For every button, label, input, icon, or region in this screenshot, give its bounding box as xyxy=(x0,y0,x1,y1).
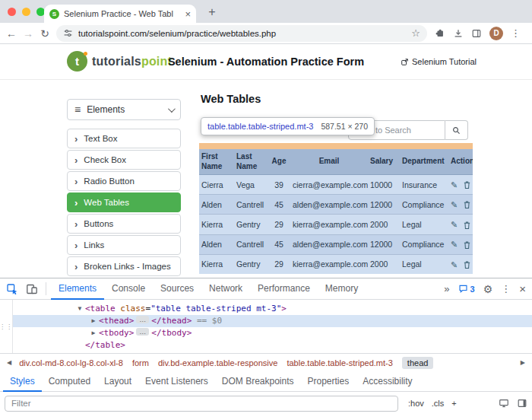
sidebar-item-web-tables[interactable]: ›Web Tables xyxy=(67,192,181,212)
profile-avatar[interactable]: D xyxy=(489,27,503,40)
delete-icon[interactable] xyxy=(463,240,471,250)
expand-arrow-icon[interactable]: ▶ xyxy=(88,327,99,339)
devtools-toolbar: ElementsConsoleSourcesNetworkPerformance… xyxy=(0,278,532,300)
filter-bar-icons xyxy=(499,398,527,409)
chevron-down-icon xyxy=(168,105,176,113)
column-header-email: Email xyxy=(290,149,368,175)
breadcrumb-item-div-col-md-8-col-lg-8-col-xl-8[interactable]: div.col-md-8.col-lg-8.col-xl-8 xyxy=(19,358,123,368)
edit-icon[interactable]: ✎ xyxy=(451,201,458,209)
cell-department: Legal xyxy=(400,215,448,234)
breadcrumb-scroll-left-icon[interactable]: ◀ xyxy=(4,359,14,366)
refresh-button[interactable]: ↻ xyxy=(36,27,53,40)
toggle-cls[interactable]: .cls xyxy=(428,399,448,408)
dom-node-line[interactable]: ▶<tbody>…</tbody> xyxy=(13,327,532,339)
dom-node-line[interactable]: ▶<thead>…</thead> == $0 xyxy=(13,315,532,327)
devtools-tab-network[interactable]: Network xyxy=(201,278,250,300)
delete-icon[interactable] xyxy=(463,221,471,230)
bookmark-star-icon[interactable]: ☆ xyxy=(411,27,420,39)
devtools-tab-sources[interactable]: Sources xyxy=(153,278,201,300)
tab-close-icon[interactable]: × xyxy=(185,8,191,20)
search-button[interactable] xyxy=(445,120,468,140)
toggle-item[interactable]: + xyxy=(448,399,460,408)
address-bar[interactable]: tutorialspoint.com/selenium/practice/web… xyxy=(56,25,427,42)
device-toolbar-icon[interactable] xyxy=(26,283,38,295)
search-icon xyxy=(451,126,461,135)
styles-tab-accessibility[interactable]: Accessibility xyxy=(356,371,419,392)
side-panel-icon[interactable] xyxy=(471,28,482,39)
sidebar-item-buttons[interactable]: ›Buttons xyxy=(67,214,181,234)
cell-first: Cierra xyxy=(199,175,234,195)
cell-salary: 12000 xyxy=(368,234,400,254)
sidebar-item-radio-button[interactable]: ›Radio Button xyxy=(67,171,181,191)
edit-icon[interactable]: ✎ xyxy=(451,261,458,269)
devtools-tab-console[interactable]: Console xyxy=(104,278,153,300)
devtools-settings-icon[interactable]: ⚙ xyxy=(483,283,493,295)
selenium-tutorial-link[interactable]: Selenium Tutorial xyxy=(401,57,477,66)
sidebar-item-check-box[interactable]: ›Check Box xyxy=(67,150,181,170)
dom-node-line[interactable]: </table> xyxy=(13,339,532,352)
devtools-panel: ElementsConsoleSourcesNetworkPerformance… xyxy=(0,278,532,420)
styles-filter-input[interactable] xyxy=(5,396,398,412)
sidebar-item-broken-links-images[interactable]: ›Broken Links - Images xyxy=(67,256,181,276)
sidebar-item-links[interactable]: ›Links xyxy=(67,235,181,255)
forward-button[interactable]: → xyxy=(20,27,36,40)
devtools-tab-performance[interactable]: Performance xyxy=(250,278,318,300)
styles-tab-layout[interactable]: Layout xyxy=(97,371,138,392)
devtools-menu-icon[interactable]: ⋮ xyxy=(501,283,511,294)
styles-tab-computed[interactable]: Computed xyxy=(42,371,97,392)
breadcrumb-item-table-table-table-striped-mt-3[interactable]: table.table.table-striped.mt-3 xyxy=(287,358,392,368)
chevron-right-icon: › xyxy=(74,219,78,229)
collapse-arrow-icon[interactable]: ▼ xyxy=(74,303,85,315)
column-header-salary: Salary xyxy=(368,149,400,175)
toggle-hov[interactable]: :hov xyxy=(404,399,428,408)
more-tabs-icon[interactable]: » xyxy=(444,283,449,294)
collapsed-content-button[interactable]: … xyxy=(136,316,149,323)
cell-actions: ✎ xyxy=(448,175,473,195)
issues-bubble-icon xyxy=(458,284,468,294)
downloads-icon[interactable] xyxy=(453,28,464,39)
dock-side-icon[interactable] xyxy=(517,398,527,409)
delete-icon[interactable] xyxy=(463,180,471,189)
minimize-window-button[interactable] xyxy=(22,8,30,16)
new-tab-button[interactable]: + xyxy=(204,4,220,21)
devtools-tab-elements[interactable]: Elements xyxy=(51,278,104,300)
close-window-button[interactable] xyxy=(8,8,16,16)
delete-icon[interactable] xyxy=(463,200,471,209)
cell-age: 29 xyxy=(268,254,290,274)
edit-icon[interactable]: ✎ xyxy=(451,240,458,249)
issues-button[interactable]: 3 xyxy=(458,284,475,294)
edit-icon[interactable]: ✎ xyxy=(451,221,458,229)
breadcrumb-item-thead[interactable]: thead xyxy=(402,357,434,369)
extensions-icon[interactable] xyxy=(435,28,445,39)
edit-icon[interactable]: ✎ xyxy=(451,181,458,189)
sidebar-item-text-box[interactable]: ›Text Box xyxy=(67,129,181,148)
collapsed-content-button[interactable]: … xyxy=(136,328,149,336)
breadcrumb-item-div-bd-example-table-responsive[interactable]: div.bd-example.table-responsive xyxy=(158,358,278,368)
devtools-close-icon[interactable]: × xyxy=(519,282,526,295)
cell-salary: 10000 xyxy=(368,175,400,195)
devtools-tab-memory[interactable]: Memory xyxy=(318,278,366,300)
styles-tab-dom-breakpoints[interactable]: DOM Breakpoints xyxy=(215,371,301,392)
browser-tab[interactable]: S Selenium Practice - Web Tabl × xyxy=(44,5,196,23)
browser-menu-icon[interactable]: ⋮ xyxy=(511,27,521,39)
breadcrumb-item-form[interactable]: form xyxy=(132,358,149,368)
styles-tab-styles[interactable]: Styles xyxy=(3,371,42,392)
code-token: </tbody> xyxy=(151,328,192,338)
delete-icon[interactable] xyxy=(463,260,471,269)
sidebar-item-label: Buttons xyxy=(84,219,113,228)
styles-tab-properties[interactable]: Properties xyxy=(301,371,356,392)
back-button[interactable]: ← xyxy=(3,27,20,40)
site-settings-icon[interactable] xyxy=(63,28,73,38)
cell-salary: 12000 xyxy=(368,195,400,215)
tab-strip: S Selenium Practice - Web Tabl × + xyxy=(0,0,532,23)
expand-arrow-icon[interactable]: ▶ xyxy=(88,315,99,327)
dom-node-line[interactable]: ▼<table class="table table-striped mt-3"… xyxy=(13,303,532,315)
rendering-emulation-icon[interactable] xyxy=(499,398,509,409)
breadcrumb-scroll-right-icon[interactable]: ▶ xyxy=(518,359,528,366)
cell-email: cierra@example.com xyxy=(290,175,368,195)
cell-actions: ✎ xyxy=(448,254,473,274)
devtools-toolbar-right: » 3 ⚙ ⋮ × xyxy=(444,282,526,295)
inspect-element-icon[interactable] xyxy=(6,283,18,295)
styles-tab-event-listeners[interactable]: Event Listeners xyxy=(138,371,215,392)
sidebar-header[interactable]: ≡ Elements xyxy=(67,99,181,120)
